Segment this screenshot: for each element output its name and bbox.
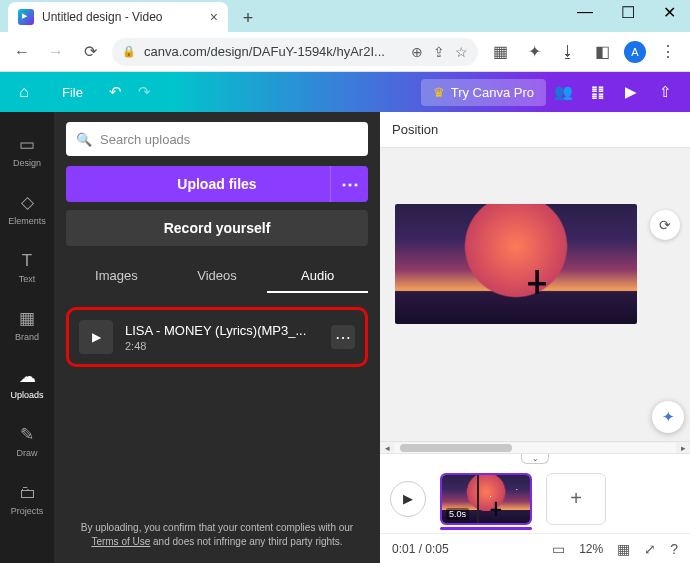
canvas-content[interactable]	[395, 204, 637, 324]
rail-design[interactable]: ▭Design	[0, 124, 54, 178]
uploads-icon: ☁	[19, 366, 36, 387]
browser-toolbar: ← → ⟳ 🔒 canva.com/design/DAFuY-1594k/hyA…	[0, 32, 690, 72]
audio-duration: 2:48	[125, 340, 319, 352]
present-button[interactable]: ▶	[614, 83, 648, 101]
rotate-button[interactable]: ⟳	[650, 210, 680, 240]
nav-reload-button[interactable]: ⟳	[78, 40, 102, 64]
share-icon[interactable]: ⇪	[433, 44, 445, 60]
position-button[interactable]: Position	[392, 122, 438, 137]
grid-view-icon[interactable]: ▦	[617, 541, 630, 557]
browser-tab[interactable]: Untitled design - Video ×	[8, 2, 228, 32]
crown-icon: ♛	[433, 85, 445, 100]
home-button[interactable]: ⌂	[0, 83, 48, 101]
tab-title: Untitled design - Video	[42, 10, 163, 24]
rail-brand[interactable]: ▦Brand	[0, 298, 54, 352]
upload-more-button[interactable]: ⋯	[330, 166, 368, 202]
side-rail: ▭Design ◇Elements TText ▦Brand ☁Uploads …	[0, 112, 54, 563]
canvas-area[interactable]: ⟳ ✦	[380, 148, 690, 441]
audio-title: LISA - MONEY (Lyrics)(MP3_...	[125, 323, 319, 338]
extension-icon[interactable]: ▦	[488, 40, 512, 64]
download-icon[interactable]: ⭳	[556, 40, 580, 64]
timeline: ⌄ ▶ 5.0s + 0:01 / 0:05 ▭ 12% ▦	[380, 453, 690, 563]
main-area: ▭Design ◇Elements TText ▦Brand ☁Uploads …	[0, 112, 690, 563]
upload-disclaimer: By uploading, you confirm that your cont…	[66, 515, 368, 555]
undo-button[interactable]: ↶	[109, 83, 122, 101]
fullscreen-icon[interactable]: ⤢	[644, 541, 656, 557]
browser-tab-strip: Untitled design - Video × + — ☐ ✕	[0, 0, 690, 32]
text-icon: T	[22, 251, 32, 271]
try-pro-button[interactable]: ♛ Try Canva Pro	[421, 79, 546, 106]
search-icon: 🔍	[76, 132, 92, 147]
window-maximize-icon[interactable]: ☐	[621, 3, 635, 22]
terms-link[interactable]: Terms of Use	[91, 536, 150, 547]
zoom-level[interactable]: 12%	[579, 542, 603, 556]
bookmark-icon[interactable]: ☆	[455, 44, 468, 60]
timeline-play-button[interactable]: ▶	[390, 481, 426, 517]
rail-elements[interactable]: ◇Elements	[0, 182, 54, 236]
audio-upload-item[interactable]: ▶ LISA - MONEY (Lyrics)(MP3_... 2:48 ⋯	[66, 307, 368, 367]
audio-more-button[interactable]: ⋯	[331, 325, 355, 349]
scroll-track[interactable]	[394, 443, 676, 453]
canvas-side: Position ⟳ ✦ ◂ ▸ ⌄ ▶ 5.0s	[380, 112, 690, 563]
app-header: ⌂ File ↶ ↷ ♛ Try Canva Pro 👥 ䷁ ▶ ⇧	[0, 72, 690, 112]
rail-uploads[interactable]: ☁Uploads	[0, 356, 54, 410]
file-menu[interactable]: File	[48, 85, 97, 100]
draw-icon: ✎	[20, 424, 34, 445]
analytics-button[interactable]: ䷁	[580, 83, 614, 101]
upload-files-button[interactable]: Upload files ⋯	[66, 166, 368, 202]
close-tab-icon[interactable]: ×	[210, 9, 218, 25]
sparkle-icon: ✦	[662, 408, 675, 426]
timeline-expand-handle[interactable]: ⌄	[380, 454, 690, 464]
horizontal-scrollbar[interactable]: ◂ ▸	[380, 441, 690, 453]
collaborators-button[interactable]: 👥	[546, 83, 580, 101]
magic-button[interactable]: ✦	[652, 401, 684, 433]
kebab-menu-icon[interactable]: ⋮	[656, 40, 680, 64]
timeline-time: 0:01 / 0:05	[392, 542, 449, 556]
uploads-panel: 🔍 Search uploads Upload files ⋯ Record y…	[54, 112, 380, 563]
tab-images[interactable]: Images	[66, 260, 167, 293]
notes-icon[interactable]: ▭	[552, 541, 565, 557]
design-icon: ▭	[19, 134, 35, 155]
projects-icon: 🗀	[19, 483, 36, 503]
window-close-icon[interactable]: ✕	[663, 3, 676, 22]
panel-tabs: Images Videos Audio	[66, 260, 368, 293]
lock-icon: 🔒	[122, 45, 136, 58]
share-button[interactable]: ⇧	[648, 83, 682, 101]
add-clip-button[interactable]: +	[546, 473, 606, 525]
puzzle-icon[interactable]: ✦	[522, 40, 546, 64]
search-placeholder: Search uploads	[100, 132, 190, 147]
rail-text[interactable]: TText	[0, 240, 54, 294]
rail-draw[interactable]: ✎Draw	[0, 414, 54, 468]
rail-projects[interactable]: 🗀Projects	[0, 472, 54, 526]
scroll-thumb[interactable]	[400, 444, 513, 452]
url-text: canva.com/design/DAFuY-1594k/hyAr2I...	[144, 44, 385, 59]
scroll-left-icon[interactable]: ◂	[380, 443, 394, 453]
record-yourself-button[interactable]: Record yourself	[66, 210, 368, 246]
scroll-right-icon[interactable]: ▸	[676, 443, 690, 453]
tab-audio[interactable]: Audio	[267, 260, 368, 293]
redo-button[interactable]: ↷	[138, 83, 151, 101]
audio-play-icon[interactable]: ▶	[79, 320, 113, 354]
sidepanel-icon[interactable]: ◧	[590, 40, 614, 64]
help-icon[interactable]: ?	[670, 541, 678, 557]
new-tab-button[interactable]: +	[234, 4, 262, 32]
nav-forward-button[interactable]: →	[44, 40, 68, 64]
window-minimize-icon[interactable]: —	[577, 3, 593, 22]
tab-videos[interactable]: Videos	[167, 260, 268, 293]
zoom-icon[interactable]: ⊕	[411, 44, 423, 60]
clip-duration: 5.0s	[446, 508, 469, 520]
search-input[interactable]: 🔍 Search uploads	[66, 122, 368, 156]
tab-favicon	[18, 9, 34, 25]
timeline-clip[interactable]: 5.0s	[440, 473, 532, 525]
audio-meta: LISA - MONEY (Lyrics)(MP3_... 2:48	[125, 323, 319, 352]
profile-avatar[interactable]: A	[624, 41, 646, 63]
brand-icon: ▦	[19, 308, 35, 329]
timeline-footer: 0:01 / 0:05 ▭ 12% ▦ ⤢ ?	[380, 533, 690, 563]
elements-icon: ◇	[21, 192, 34, 213]
canvas-toolbar: Position	[380, 112, 690, 148]
nav-back-button[interactable]: ←	[10, 40, 34, 64]
address-bar[interactable]: 🔒 canva.com/design/DAFuY-1594k/hyAr2I...…	[112, 38, 478, 66]
playhead[interactable]	[477, 473, 479, 525]
